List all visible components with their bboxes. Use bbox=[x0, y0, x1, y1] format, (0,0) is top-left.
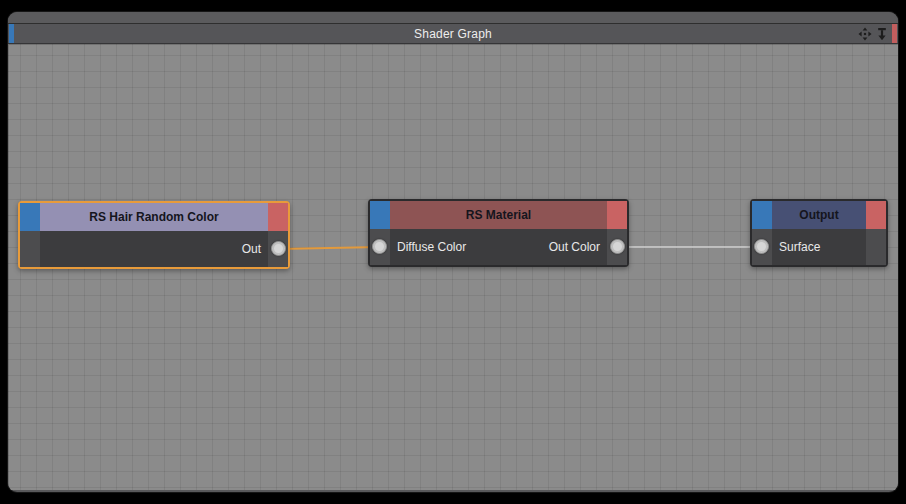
screen-backdrop: Shader Graph bbox=[0, 0, 906, 504]
port-diffuse-color[interactable] bbox=[372, 239, 387, 254]
node-accent-red bbox=[866, 201, 886, 229]
titlebar[interactable]: Shader Graph bbox=[8, 23, 898, 44]
node-accent-blue bbox=[752, 201, 772, 229]
port-label-surface: Surface bbox=[779, 240, 820, 254]
titlebar-icons bbox=[858, 24, 889, 43]
window-chrome-strip[interactable] bbox=[8, 12, 898, 23]
window-title: Shader Graph bbox=[414, 27, 492, 41]
node-title: RS Hair Random Color bbox=[40, 203, 268, 231]
port-out-color[interactable] bbox=[610, 239, 625, 254]
node-title: RS Material bbox=[390, 201, 607, 229]
titlebar-accent-left bbox=[9, 24, 14, 43]
node-body: Out bbox=[20, 231, 288, 267]
port-label-diffuse-color: Diffuse Color bbox=[397, 240, 466, 254]
port-out[interactable] bbox=[271, 241, 286, 256]
node-header: Output bbox=[752, 201, 886, 229]
node-rs-hair-random-color[interactable]: RS Hair Random Color Out bbox=[18, 201, 290, 269]
node-accent-blue bbox=[20, 203, 40, 231]
node-accent-red bbox=[607, 201, 627, 229]
titlebar-accent-right bbox=[892, 24, 897, 43]
node-body: Surface bbox=[752, 229, 886, 265]
port-label-out: Out bbox=[242, 242, 261, 256]
node-title: Output bbox=[772, 201, 866, 229]
node-body-strip-right bbox=[866, 229, 886, 265]
node-body: Diffuse Color Out Color bbox=[370, 229, 627, 265]
node-rs-material[interactable]: RS Material Diffuse Color Out Color bbox=[368, 199, 629, 267]
node-accent-blue bbox=[370, 201, 390, 229]
graph-canvas[interactable]: RS Hair Random Color Out RS Material bbox=[8, 44, 898, 490]
port-surface[interactable] bbox=[754, 239, 769, 254]
node-output[interactable]: Output Surface bbox=[750, 199, 888, 267]
port-label-out-color: Out Color bbox=[549, 240, 600, 254]
dock-icon[interactable] bbox=[875, 27, 889, 41]
node-header: RS Material bbox=[370, 201, 627, 229]
wire-hair-to-material[interactable] bbox=[278, 247, 380, 249]
move-icon[interactable] bbox=[858, 27, 872, 41]
node-header: RS Hair Random Color bbox=[20, 203, 288, 231]
node-body-strip-left bbox=[20, 231, 40, 267]
node-accent-red bbox=[268, 203, 288, 231]
shader-graph-window: Shader Graph bbox=[8, 12, 898, 492]
